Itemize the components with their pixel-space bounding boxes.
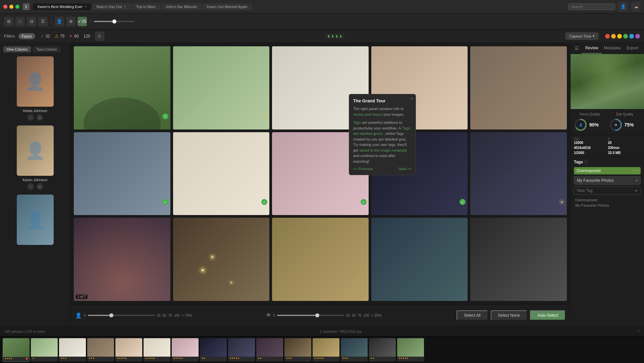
color-filter-purple[interactable] xyxy=(635,34,640,39)
faces-filter-button[interactable]: Faces xyxy=(18,33,35,39)
focus-quality: Focus Quality 👤 90% xyxy=(574,112,606,132)
copy-button[interactable]: ⎘ xyxy=(95,32,104,41)
face-action-left[interactable]: ○ xyxy=(27,183,34,190)
film-cell[interactable]: ★★★★★ xyxy=(115,338,142,362)
zoom-slider[interactable] xyxy=(94,21,134,22)
tooltip-metadata-link[interactable]: saved to the image metadata xyxy=(359,148,407,152)
tooltip-review-link[interactable]: review and export xyxy=(353,112,382,116)
select-all-button[interactable]: Select All xyxy=(457,310,488,320)
tag-favourite: My Favourite Photos × xyxy=(574,176,641,185)
film-cell[interactable]: ★★★★★ xyxy=(313,338,339,362)
color-filter-orange[interactable] xyxy=(611,34,616,39)
tab-karen-married[interactable]: Karen Got Married Again xyxy=(202,3,252,10)
color-filter-red[interactable] xyxy=(605,34,610,39)
person-button[interactable]: 👤 xyxy=(55,17,64,26)
film-cell[interactable]: ★★★★ xyxy=(3,338,30,362)
separator xyxy=(90,18,91,25)
two-column-button[interactable]: Two-Column xyxy=(33,46,60,52)
photo-cell[interactable]: ★★★☆☆ 1 of 7 xyxy=(74,218,170,301)
color-filter-green[interactable] xyxy=(623,34,628,39)
tab-export[interactable]: Export xyxy=(622,43,643,54)
help-icon[interactable]: ? xyxy=(637,329,639,333)
tag-remove-button[interactable]: × xyxy=(636,178,638,183)
tooltip-prev-button[interactable]: << Previous xyxy=(353,167,373,171)
warning-stat: ⚠ 75 xyxy=(55,32,64,41)
film-cell[interactable]: ★★ xyxy=(256,338,283,362)
minimize-button[interactable] xyxy=(9,5,13,9)
face-action-right[interactable]: ◎ xyxy=(37,114,43,121)
film-cell[interactable]: ★★ xyxy=(200,338,227,362)
maximize-button[interactable] xyxy=(15,5,19,9)
tag-suggestion-favourite[interactable]: My Favourite Photos xyxy=(574,203,641,208)
photo-cell[interactable]: ★☆☆☆☆ ⚠ xyxy=(173,46,270,129)
photo-cell[interactable]: ★★★★☆ xyxy=(371,218,468,301)
close-button[interactable] xyxy=(3,5,7,9)
tag-suggestion-overexposed[interactable]: Overexposed xyxy=(574,197,641,203)
layers-button[interactable]: ⊕ xyxy=(66,17,75,26)
film-cell[interactable]: ★ xyxy=(31,338,58,362)
filterbar: Filters Faces ✓ 32 ⚠ 75 ✕ 60 120 ⎘ ▮ ▮ ▮… xyxy=(0,30,644,43)
film-cell[interactable]: ★★★★★ xyxy=(144,338,170,362)
photo-cell[interactable]: ★★★★★ ✓ xyxy=(173,132,270,215)
tooltip-next-button[interactable]: Next >> xyxy=(398,167,412,171)
tooltip-close-button[interactable]: × xyxy=(411,96,413,101)
tab-karen-wedding[interactable]: Karen's Best Wedding Ever × xyxy=(33,3,91,10)
film-cell[interactable]: ★★★ xyxy=(87,338,114,362)
checkmark-icon: ✓ xyxy=(41,34,44,39)
tooltip-body: The right panel contains info to review … xyxy=(353,106,412,117)
exif-aperture-value: 20 xyxy=(608,141,641,145)
compare-view-button[interactable]: ⊟ xyxy=(27,17,36,26)
auto-select-button[interactable]: Auto-Select xyxy=(530,310,566,320)
face-action-right[interactable]: ◎ xyxy=(37,183,43,190)
exif-iso-key: ISO xyxy=(574,137,607,141)
cloud-icon[interactable]: ☁ xyxy=(631,2,641,11)
film-cell[interactable]: ★★★ xyxy=(341,338,368,362)
tag-remove-button[interactable]: × xyxy=(636,169,638,173)
photo-cell[interactable]: ★★★★★ xyxy=(470,218,567,301)
film-meta: ★★★ xyxy=(59,357,86,360)
badge-button[interactable]: ✓25 xyxy=(77,17,87,26)
tag-question-button[interactable]: ? xyxy=(632,169,634,173)
tags-info-icon[interactable]: ⓘ xyxy=(584,160,588,164)
search-input[interactable] xyxy=(568,3,615,10)
film-cell[interactable]: ★★★★★ xyxy=(228,338,255,362)
add-tag-button[interactable]: + xyxy=(635,188,638,193)
single-view-button[interactable]: □ xyxy=(15,17,25,26)
sort-button[interactable]: Capture Time ▾ xyxy=(566,33,598,40)
tab-baby[interactable]: Baby's Day Out × xyxy=(92,3,131,10)
tab-metadata[interactable]: Metadata xyxy=(602,43,623,54)
film-cell[interactable]: ★★★ xyxy=(284,338,311,362)
select-none-button[interactable]: Select None xyxy=(491,310,527,320)
film-cell[interactable]: ★★ xyxy=(369,338,396,362)
film-cell[interactable]: ★★★★★ xyxy=(172,338,199,362)
grid-view-button[interactable]: ⊞ xyxy=(4,17,13,26)
photo-image xyxy=(470,46,567,129)
eye-slider[interactable] xyxy=(277,315,344,316)
photo-cell[interactable]: ★★★★★ ✕ xyxy=(470,132,567,215)
photo-cell[interactable]: ★★★★☆ ✓ xyxy=(74,46,170,129)
tab-bar-mitzvah[interactable]: John's Bar Mitzvah xyxy=(161,3,202,10)
film-stars: ★★★★★ xyxy=(173,357,183,360)
tooltip-tags-link[interactable]: Tags xyxy=(353,120,361,124)
new-tag-input[interactable] xyxy=(577,188,635,193)
person-slider[interactable] xyxy=(88,315,155,316)
tab-close-icon[interactable]: × xyxy=(124,5,126,8)
color-filter-blue[interactable] xyxy=(629,34,634,39)
face-action-left[interactable]: ○ xyxy=(27,114,34,121)
tab-close-icon[interactable]: × xyxy=(85,5,87,8)
tab-mars[interactable]: Trip to Mars xyxy=(131,3,160,10)
film-cell[interactable]: ★★★★★ xyxy=(397,338,424,362)
photo-cell[interactable]: ★★★★★ xyxy=(470,46,567,129)
account-icon[interactable]: 👤 xyxy=(619,2,628,11)
panel-menu-icon[interactable]: ☰ xyxy=(572,43,582,54)
filmstrip: ★★★★ ★ ★★★ ★★★ ★★★★★ ★★★★★ ★★★★ xyxy=(0,336,644,363)
photo-cell[interactable]: ★★★☆☆ xyxy=(173,218,270,301)
list-view-button[interactable]: ☰ xyxy=(38,17,48,26)
one-column-button[interactable]: One-Column xyxy=(3,46,31,52)
film-cell[interactable]: ★★★ xyxy=(59,338,86,362)
photo-cell[interactable]: ★★☆☆☆ xyxy=(272,218,369,301)
eye-quality-label: Eye Quality xyxy=(609,112,641,116)
photo-cell[interactable]: ★★★★★ ✓ xyxy=(74,132,170,215)
tab-review[interactable]: Review xyxy=(582,43,602,54)
color-filter-yellow[interactable] xyxy=(617,34,622,39)
